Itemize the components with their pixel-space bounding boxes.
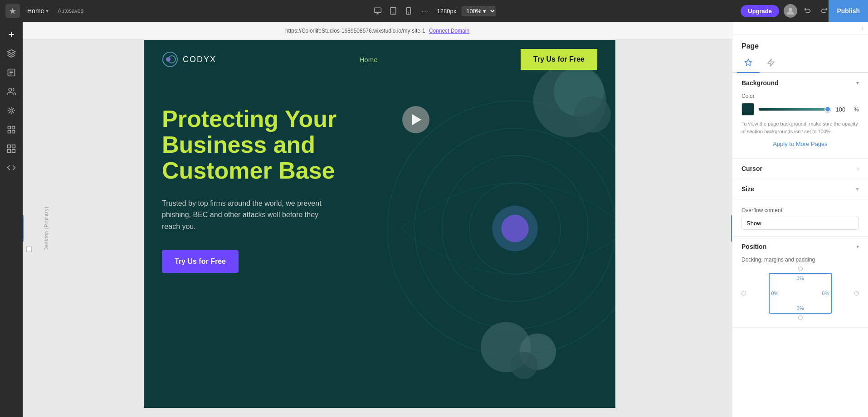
svg-rect-25 [12,150,15,153]
size-expand-arrow: ▾ [856,185,859,193]
logo-text: CODYX [183,55,216,64]
dock-right-value: 0% [822,291,829,296]
svg-rect-21 [12,131,15,133]
panel-title: Page [741,42,759,50]
sidebar-shapes-button[interactable] [3,102,20,119]
svg-marker-11 [8,50,15,53]
docking-diagram[interactable]: 0% 0% 0% 0% [769,273,832,314]
panel-collapse-button[interactable]: › [732,22,868,35]
undo-button[interactable] [802,5,814,17]
canvas-control-icon[interactable] [26,247,32,252]
overflow-section: Overflow content Show Hide Scroll [732,199,868,237]
upgrade-button[interactable]: Upgrade [741,5,779,17]
svg-rect-24 [8,150,11,153]
overflow-select[interactable]: Show Hide Scroll [741,217,859,230]
background-section-header[interactable]: Background ▾ [732,73,868,93]
main-layout: https://ColorlifeStudios-1689508576.wixs… [0,22,868,417]
sidebar-apps-button[interactable] [3,121,20,138]
publish-button[interactable]: Publish [829,0,868,22]
svg-rect-18 [8,126,11,129]
url-bar: https://ColorlifeStudios-1689508576.wixs… [23,22,732,40]
background-section: Background ▾ Color 100 % To view the pag… [732,73,868,159]
zoom-selector[interactable]: 100% ▾ [462,6,496,16]
color-label: Color [741,93,859,99]
dock-top-value: 0% [797,276,804,281]
svg-marker-41 [768,59,774,66]
site-logo: CODYX [162,51,216,68]
overflow-label-wrapper: Overflow content [732,199,868,217]
wix-logo[interactable] [5,4,20,18]
color-slider[interactable] [759,108,831,111]
tab-lightning[interactable] [760,55,782,72]
apply-to-more-pages-link[interactable]: Apply to More Pages [741,141,859,147]
background-section-content: Color 100 % To view the page background,… [732,93,868,158]
device-icons [372,5,414,17]
desktop-icon[interactable] [372,5,384,17]
dock-radio-bottom-wrapper [741,315,859,320]
sidebar-grid-button[interactable] [3,141,20,157]
hero-subtitle: Trusted by top firms around the world, w… [162,198,334,233]
cursor-section[interactable]: Cursor › [732,159,868,179]
website-frame: CODYX Home Try Us for Free Protecting Yo… [144,40,615,408]
site-nav: Home [360,56,378,63]
right-panel: › Page Background ▾ Color [732,22,868,417]
size-section-title: Size [741,185,754,193]
tablet-icon[interactable] [387,5,399,17]
mobile-icon[interactable] [403,5,414,17]
panel-tabs [732,55,868,73]
sidebar-text-button[interactable] [3,64,20,81]
user-avatar[interactable] [784,4,797,18]
hero-section: Protecting Your Business and Customer Ba… [144,79,615,351]
svg-rect-19 [12,126,15,129]
hero-cta-button[interactable]: Try Us for Free [162,250,239,273]
size-section[interactable]: Size ▾ [732,179,868,199]
dock-radio-bottom[interactable] [798,315,803,320]
sidebar-add-button[interactable] [3,26,20,43]
color-swatch[interactable] [741,103,754,116]
percent-sign: % [853,106,859,113]
sidebar-code-button[interactable] [3,160,20,176]
sidebar-people-button[interactable] [3,83,20,100]
more-options-button[interactable]: ··· [420,5,432,16]
cursor-section-title: Cursor [741,165,762,172]
redo-button[interactable] [818,5,830,17]
home-label: Home [27,7,44,15]
tab-design[interactable] [737,55,760,73]
hero-title: Protecting Your Business and Customer Ba… [162,106,380,184]
logo-icon [162,51,178,68]
dock-left-value: 0% [771,291,779,296]
svg-point-16 [9,88,12,92]
svg-point-7 [789,8,792,11]
dock-radio-right[interactable] [854,291,859,296]
connect-domain-link[interactable]: Connect Domain [429,28,469,34]
color-slider-thumb [824,106,831,112]
svg-point-37 [511,352,538,379]
autosaved-label: Autosaved [58,8,83,14]
canvas-scroll[interactable]: CODYX Home Try Us for Free Protecting Yo… [23,40,732,417]
top-bar-center: ··· 1280px 100% ▾ [372,5,496,17]
home-menu[interactable]: Home ▾ [24,5,52,16]
left-sidebar [0,22,23,417]
url-text: https://ColorlifeStudios-1689508576.wixs… [285,28,425,34]
canvas-area: https://ColorlifeStudios-1689508576.wixs… [23,22,732,417]
overflow-label: Overflow content [741,207,782,213]
resize-handle-right[interactable] [731,215,732,242]
play-button[interactable] [402,106,429,133]
dock-radio-top[interactable] [798,267,803,271]
hero-left: Protecting Your Business and Customer Ba… [162,97,380,324]
sidebar-layers-button[interactable] [3,45,20,62]
opacity-value: 100 [835,106,849,113]
dock-bottom-value: 0% [797,305,804,311]
header-cta-button[interactable]: Try Us for Free [521,49,597,70]
resize-handle-left[interactable] [23,215,24,242]
position-section-header[interactable]: Position ▾ [732,237,868,257]
play-triangle-icon [412,114,421,125]
nav-home-link[interactable]: Home [360,56,378,63]
svg-rect-0 [374,8,381,13]
position-section-title: Position [741,243,766,250]
svg-rect-23 [12,145,15,148]
dock-radio-top-wrapper [741,267,859,271]
overflow-select-wrapper: Show Hide Scroll [732,217,868,236]
dock-radio-left[interactable] [741,291,746,296]
docking-row: 0% 0% 0% 0% [741,273,859,314]
